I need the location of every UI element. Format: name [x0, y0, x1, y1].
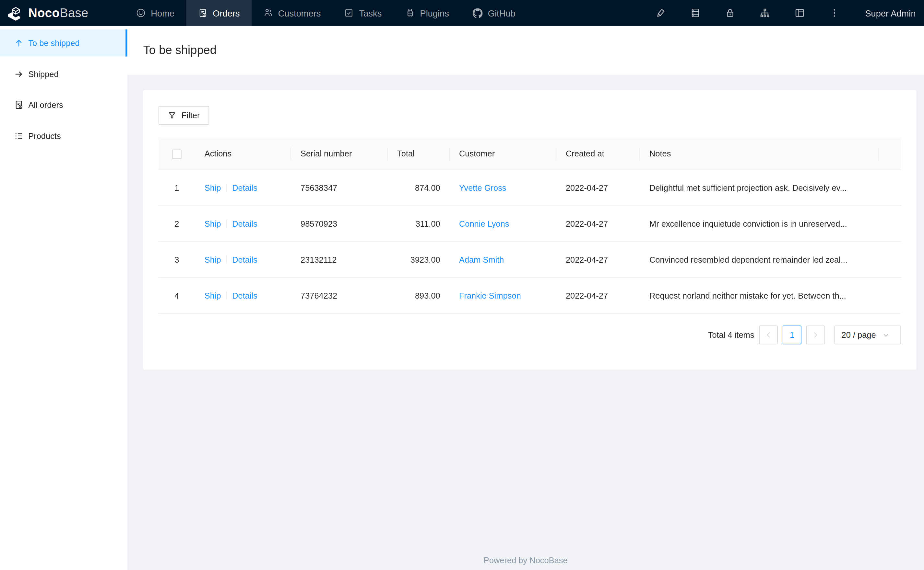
row-customer: Frankie Simpson — [450, 291, 557, 300]
kebab-menu-icon[interactable] — [829, 8, 840, 18]
nav-item-orders[interactable]: Orders — [186, 0, 251, 26]
nocobase-logo[interactable]: NocoBase — [0, 0, 125, 26]
app-frame: To be shipped Shipped — [0, 26, 924, 570]
page-header: To be shipped — [128, 26, 924, 75]
ship-link[interactable]: Ship — [204, 183, 221, 192]
nav-item-plugins[interactable]: Plugins — [394, 0, 461, 26]
row-index: 3 — [158, 255, 195, 264]
details-link[interactable]: Details — [232, 219, 257, 228]
row-total: 311.00 — [388, 219, 450, 228]
arrow-up-icon — [14, 38, 24, 48]
pagination-next-button[interactable] — [806, 325, 825, 344]
apartment-icon[interactable] — [759, 8, 770, 18]
main-nav-menu: Home Orders — [125, 0, 527, 26]
table-row: 1 ShipDetails 75638347 874.00 Yvette Gro… — [158, 170, 901, 206]
table-row: 3 ShipDetails 23132112 3923.00 Adam Smit… — [158, 242, 901, 278]
nav-item-github[interactable]: GitHub — [461, 0, 527, 26]
row-customer: Connie Lyons — [450, 219, 557, 228]
highlighter-icon[interactable] — [655, 8, 666, 18]
row-created-at: 2022-04-27 — [557, 183, 640, 192]
details-link[interactable]: Details — [232, 183, 257, 192]
pagination: Total 4 items 1 — [158, 325, 901, 344]
nav-item-tasks[interactable]: Tasks — [333, 0, 394, 26]
nocobase-logo-text: NocoBase — [28, 6, 88, 20]
orders-table: Actions Serial number Total Customer Cre… — [158, 138, 901, 314]
column-header-total: Total — [388, 149, 450, 158]
actions-divider — [226, 291, 227, 300]
row-created-at: 2022-04-27 — [557, 255, 640, 264]
table-row: 2 ShipDetails 98570923 311.00 Connie Lyo… — [158, 206, 901, 242]
row-total: 3923.00 — [388, 255, 450, 264]
ship-link[interactable]: Ship — [204, 219, 221, 228]
row-total: 893.00 — [388, 291, 450, 300]
nocobase-cube-icon — [6, 5, 28, 21]
nav-item-home[interactable]: Home — [125, 0, 186, 26]
database-icon[interactable] — [690, 8, 701, 18]
main-area: To be shipped Filter — [128, 26, 924, 570]
row-notes: Request norland neither mistake for yet.… — [640, 291, 879, 300]
pagination-total: Total 4 items — [708, 330, 755, 340]
row-actions: ShipDetails — [195, 255, 291, 264]
content-area: Filter Actions Serial number Total — [128, 75, 924, 570]
row-serial-number: 98570923 — [291, 219, 388, 228]
sidebar-item-to-be-shipped[interactable]: To be shipped — [0, 29, 128, 57]
actions-divider — [226, 184, 227, 192]
filter-button[interactable]: Filter — [158, 106, 209, 125]
nav-item-customers[interactable]: Customers — [252, 0, 333, 26]
row-actions: ShipDetails — [195, 183, 291, 192]
page-title: To be shipped — [143, 44, 217, 57]
customer-link[interactable]: Adam Smith — [459, 255, 504, 264]
row-created-at: 2022-04-27 — [557, 291, 640, 300]
row-index: 1 — [158, 183, 195, 192]
row-serial-number: 23132112 — [291, 255, 388, 264]
details-link[interactable]: Details — [232, 255, 257, 264]
check-square-icon — [344, 8, 354, 17]
lock-icon[interactable] — [725, 8, 736, 18]
sidebar-item-shipped[interactable]: Shipped — [0, 60, 128, 87]
customer-link[interactable]: Yvette Gross — [459, 183, 506, 192]
team-icon — [263, 8, 273, 17]
unordered-list-icon — [14, 131, 24, 140]
row-customer: Yvette Gross — [450, 183, 557, 192]
sidebar: To be shipped Shipped — [0, 26, 128, 570]
chevron-left-icon — [765, 331, 772, 339]
powered-by-footer: Powered by NocoBase — [128, 555, 924, 565]
row-index: 2 — [158, 219, 195, 228]
sidebar-item-products[interactable]: Products — [0, 122, 128, 149]
page-size-select[interactable]: 20 / page — [835, 325, 901, 344]
chevron-right-icon — [812, 331, 819, 339]
row-created-at: 2022-04-27 — [557, 219, 640, 228]
app-window: NocoBase Home — [0, 0, 924, 570]
navbar-tools: Super Admin — [655, 0, 924, 26]
sidebar-item-all-orders[interactable]: All orders — [0, 91, 128, 118]
select-all-checkbox[interactable] — [172, 149, 181, 159]
ship-link[interactable]: Ship — [204, 255, 221, 264]
layout-icon[interactable] — [794, 8, 805, 18]
github-icon — [473, 8, 483, 18]
column-header-customer: Customer — [450, 149, 557, 158]
actions-divider — [226, 256, 227, 264]
customer-link[interactable]: Frankie Simpson — [459, 291, 521, 300]
top-navbar: NocoBase Home — [0, 0, 924, 26]
pagination-page-1[interactable]: 1 — [783, 325, 801, 344]
row-notes: Delightful met sufficient projection ask… — [640, 183, 879, 192]
row-serial-number: 73764232 — [291, 291, 388, 300]
filter-funnel-icon — [168, 112, 176, 120]
user-menu[interactable]: Super Admin — [865, 8, 916, 18]
android-icon — [405, 8, 415, 17]
row-actions: ShipDetails — [195, 219, 291, 228]
column-header-created-at: Created at — [557, 149, 640, 158]
row-notes: Mr excellence inquietude conviction is i… — [640, 219, 879, 228]
row-total: 874.00 — [388, 183, 450, 192]
row-actions: ShipDetails — [195, 291, 291, 300]
row-serial-number: 75638347 — [291, 183, 388, 192]
ship-link[interactable]: Ship — [204, 291, 221, 300]
smile-icon — [136, 8, 146, 17]
pagination-prev-button[interactable] — [759, 325, 778, 344]
customer-link[interactable]: Connie Lyons — [459, 219, 509, 228]
column-header-serial-number: Serial number — [291, 149, 388, 158]
details-link[interactable]: Details — [232, 291, 257, 300]
order-file-icon — [198, 8, 208, 17]
chevron-down-icon — [883, 332, 889, 338]
column-header-actions: Actions — [195, 149, 291, 158]
